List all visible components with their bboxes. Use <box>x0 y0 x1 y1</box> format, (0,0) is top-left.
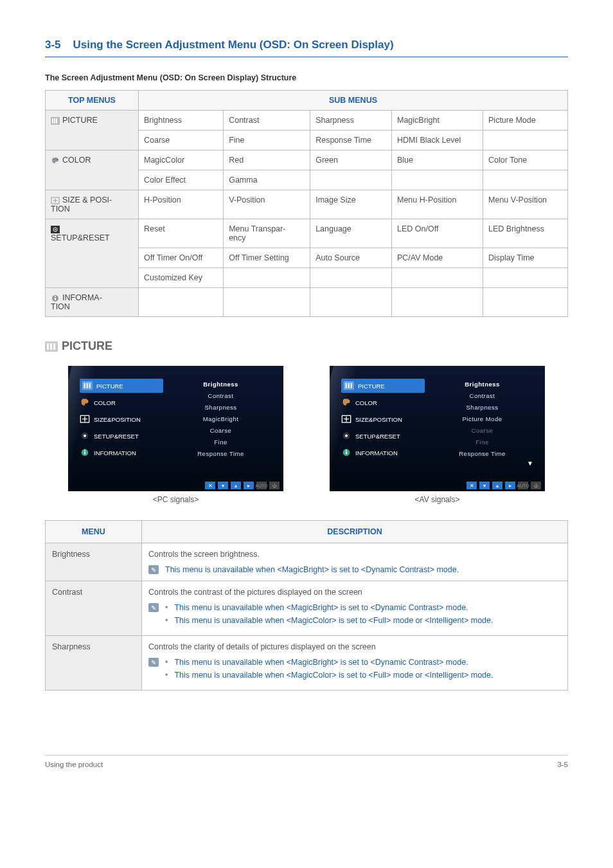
cell <box>483 170 568 190</box>
svg-rect-15 <box>47 343 49 350</box>
down-icon: ▾ <box>218 482 228 489</box>
setup-reset-icon <box>341 431 351 440</box>
svg-point-24 <box>84 435 86 437</box>
svg-point-4 <box>53 159 54 160</box>
picture-icon <box>82 381 93 390</box>
svg-rect-21 <box>89 383 91 388</box>
cell: LED On/Off <box>391 219 483 248</box>
svg-rect-30 <box>348 383 350 388</box>
pc-signals-caption: <PC signals> <box>68 495 283 504</box>
cell: Contrast <box>224 111 310 131</box>
menu-setup-reset: SETUP&RESET <box>46 219 139 288</box>
cell: Display Time <box>483 248 568 268</box>
svg-rect-26 <box>84 452 85 455</box>
setup-reset-icon <box>51 226 60 233</box>
cell <box>310 268 392 288</box>
desc-menu: Sharpness <box>46 636 142 691</box>
svg-rect-19 <box>84 383 85 388</box>
section-heading: Using the Screen Adjustment Menu (OSD: O… <box>73 39 393 51</box>
desc-cell: Controls the screen brightness. ✎ This m… <box>142 543 568 581</box>
svg-rect-12 <box>55 298 56 300</box>
cell: Coarse <box>139 131 224 150</box>
osd-nav-sizeposition: SIZE&POSITION <box>341 412 425 426</box>
close-icon: ✕ <box>466 482 477 489</box>
cell <box>224 268 310 288</box>
svg-rect-1 <box>52 118 53 123</box>
svg-rect-20 <box>87 383 88 388</box>
th-description: DESCRIPTION <box>142 521 568 543</box>
power-icon: ⏻ <box>531 482 541 489</box>
note-text: This menu is unavailable when <MagicBrig… <box>165 565 459 574</box>
cell: Reset <box>139 219 224 248</box>
av-signals-caption: <AV signals> <box>330 495 545 504</box>
cell: V-Position <box>224 190 310 219</box>
desc-text: Controls the clarity of details of pictu… <box>148 642 561 651</box>
down-icon: ▾ <box>479 482 490 489</box>
cell: Sharpness <box>310 111 392 131</box>
information-icon <box>341 448 351 457</box>
picture-icon <box>51 117 60 125</box>
color-icon <box>80 398 90 407</box>
osd-item: Contrast <box>170 390 272 402</box>
osd-item: Contrast <box>431 390 533 402</box>
auto-label: AUTO <box>256 482 267 489</box>
osd-screenshots: PICTURE COLOR SIZE&POSITION SETUP&RESET … <box>45 366 568 504</box>
cell <box>310 288 392 317</box>
osd-nav-picture: PICTURE <box>80 379 163 393</box>
information-icon <box>80 448 90 457</box>
cell: MagicColor <box>139 150 224 170</box>
osd-nav-information: INFORMATION <box>80 446 163 460</box>
menu-setup-reset-label: SETUP&RESET <box>51 233 110 242</box>
svg-rect-2 <box>54 118 55 123</box>
cell: MagicBright <box>391 111 483 131</box>
cell: HDMI Black Level <box>391 131 483 150</box>
osd-footer-buttons: ✕ ▾ ▴ ▸ AUTO ⏻ <box>68 480 283 491</box>
size-position-icon <box>341 415 351 424</box>
cell: Language <box>310 219 392 248</box>
note-icon: ✎ <box>148 658 159 667</box>
svg-rect-3 <box>56 118 57 123</box>
menu-size-position: SIZE & POSI-TION <box>46 190 139 219</box>
cell <box>391 268 483 288</box>
section-title: 3-5 Using the Screen Adjustment Menu (OS… <box>45 39 568 57</box>
osd-item: Fine <box>170 437 272 448</box>
osd-nav-setupreset: SETUP&RESET <box>341 429 425 443</box>
footer-right: 3-5 <box>557 761 568 768</box>
cell: Green <box>310 150 392 170</box>
cell: Color Effect <box>139 170 224 190</box>
picture-icon <box>45 341 58 352</box>
menu-picture-label: PICTURE <box>62 116 98 125</box>
th-menu: MENU <box>46 521 142 543</box>
cell: Response Time <box>310 131 392 150</box>
svg-rect-31 <box>351 383 352 388</box>
desc-text: Controls the screen brightness. <box>148 550 561 559</box>
osd-nav-color: COLOR <box>341 395 425 410</box>
osd-nav-setupreset: SETUP&RESET <box>80 429 163 443</box>
cell: Auto Source <box>310 248 392 268</box>
description-table: MENU DESCRIPTION Brightness Controls the… <box>45 520 568 691</box>
color-icon <box>341 398 351 407</box>
menu-information: INFORMA-TION <box>46 288 139 317</box>
osd-nav-information: INFORMATION <box>341 446 425 460</box>
cell <box>310 170 392 190</box>
cell: Customized Key <box>139 268 224 288</box>
cell: Brightness <box>139 111 224 131</box>
svg-point-13 <box>55 296 56 297</box>
cell: Off Timer Setting <box>224 248 310 268</box>
desc-text: Controls the contrast of the pictures di… <box>148 588 561 597</box>
desc-menu: Brightness <box>46 543 142 581</box>
size-position-icon <box>51 197 60 204</box>
svg-point-5 <box>55 158 56 159</box>
desc-cell: Controls the contrast of the pictures di… <box>142 581 568 636</box>
cell <box>391 170 483 190</box>
picture-icon <box>344 381 354 390</box>
enter-icon: ▸ <box>505 482 515 489</box>
osd-screenshot-pc: PICTURE COLOR SIZE&POSITION SETUP&RESET … <box>68 366 283 491</box>
osd-structure-table: TOP MENUS SUB MENUS PICTURE Brightness C… <box>45 90 568 317</box>
th-topmenus: TOP MENUS <box>46 91 139 111</box>
enter-icon: ▸ <box>244 482 254 489</box>
osd-item: Sharpness <box>170 402 272 413</box>
osd-item: Coarse <box>431 425 533 437</box>
note-icon: ✎ <box>148 565 159 574</box>
osd-screenshot-av: PICTURE COLOR SIZE&POSITION SETUP&RESET … <box>330 366 545 491</box>
